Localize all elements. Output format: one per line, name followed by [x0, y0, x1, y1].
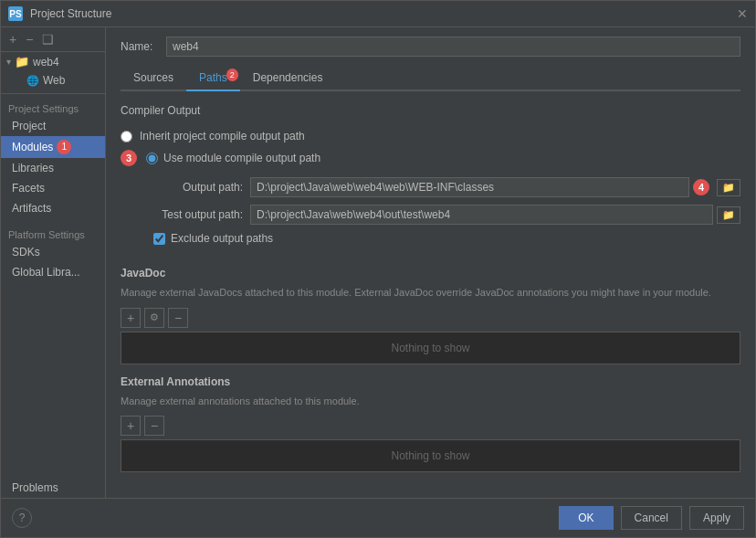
output-path-wrapper: 4 📁	[250, 177, 740, 197]
javadoc-add-url-button[interactable]: ⚙	[144, 308, 164, 328]
test-output-browse-button[interactable]: 📁	[717, 206, 740, 224]
remove-module-button[interactable]: −	[23, 31, 36, 47]
tabs: Sources Paths 2 Dependencies	[121, 66, 740, 91]
app-icon: PS	[8, 6, 23, 21]
exclude-checkbox[interactable]	[153, 233, 165, 245]
output-path-label: Output path:	[142, 181, 243, 194]
help-button[interactable]: ?	[12, 508, 32, 528]
tree-item-web[interactable]: 🌐 Web	[1, 71, 105, 90]
modules-badge: 1	[57, 140, 71, 154]
inherit-radio-row: Inherit project compile output path	[121, 126, 740, 146]
compiler-output-title: Compiler Output	[121, 104, 740, 117]
external-annotations-desc: Manage external annotations attached to …	[121, 394, 740, 409]
sidebar-item-artifacts[interactable]: Artifacts	[1, 198, 105, 218]
external-annotations-toolbar: + −	[121, 416, 740, 436]
inherit-label: Inherit project compile output path	[140, 130, 305, 142]
folder-icon: 📁	[15, 55, 29, 69]
test-output-input[interactable]	[250, 205, 713, 225]
platform-settings-header: Platform Settings	[1, 224, 105, 242]
external-annotations-section: External Annotations Manage external ann…	[121, 375, 740, 473]
javadoc-add-button[interactable]: +	[121, 308, 141, 328]
tree-arrow-icon: ▾	[6, 57, 11, 67]
step4-badge: 4	[693, 179, 709, 195]
use-module-radio[interactable]	[146, 153, 158, 164]
annotations-add-button[interactable]: +	[121, 416, 141, 436]
javadoc-remove-button[interactable]: −	[168, 308, 188, 328]
output-path-input[interactable]	[250, 177, 689, 197]
tab-paths[interactable]: Paths 2	[186, 66, 240, 91]
web-icon: 🌐	[26, 75, 39, 87]
tree-item-web4[interactable]: ▾ 📁 web4	[1, 52, 105, 71]
use-module-label: Use module compile output path	[163, 152, 320, 164]
output-path-browse-button[interactable]: 📁	[717, 179, 740, 196]
javadoc-list: Nothing to show	[121, 332, 740, 364]
sidebar-item-project[interactable]: Project	[1, 116, 105, 136]
bottom-left: ?	[12, 508, 551, 528]
javadoc-title: JavaDoc	[121, 267, 740, 280]
sidebar-item-problems[interactable]: Problems	[1, 478, 105, 498]
cancel-button[interactable]: Cancel	[621, 506, 682, 530]
test-output-path-row: Test output path: 📁	[121, 205, 740, 225]
paths-tab-badge: 2	[226, 69, 238, 81]
dialog-title: Project Structure	[30, 7, 730, 20]
name-input[interactable]	[166, 37, 740, 57]
radio-group: Inherit project compile output path 3 Us…	[121, 126, 740, 170]
sidebar-item-modules[interactable]: Modules 1	[1, 136, 105, 158]
tab-sources[interactable]: Sources	[121, 66, 186, 90]
sidebar-toolbar: + − ❑	[1, 27, 105, 52]
test-output-label: Test output path:	[142, 208, 243, 221]
bottom-bar: ? OK Cancel Apply	[1, 498, 755, 537]
main-content: + − ❑ ▾ 📁 web4 🌐 Web Project Settings Pr…	[1, 27, 755, 498]
javadoc-toolbar: + ⚙ −	[121, 308, 740, 328]
ok-button[interactable]: OK	[559, 506, 613, 530]
sidebar-item-facets[interactable]: Facets	[1, 178, 105, 198]
sidebar: + − ❑ ▾ 📁 web4 🌐 Web Project Settings Pr…	[1, 27, 106, 498]
bottom-buttons: OK Cancel Apply	[559, 506, 744, 530]
sidebar-item-global-libs[interactable]: Global Libra...	[1, 262, 105, 282]
step3-badge: 3	[121, 150, 137, 166]
sidebar-item-sdks[interactable]: SDKs	[1, 242, 105, 262]
output-path-row: Output path: 4 📁	[121, 177, 740, 197]
project-structure-dialog: PS Project Structure ✕ + − ❑ ▾ 📁 web4 🌐 …	[0, 0, 756, 538]
use-module-radio-row: 3 Use module compile output path	[121, 146, 740, 170]
apply-button[interactable]: Apply	[689, 506, 744, 530]
javadoc-section: JavaDoc Manage external JavaDocs attache…	[121, 267, 740, 364]
tab-dependencies[interactable]: Dependencies	[240, 66, 336, 90]
name-row: Name:	[121, 37, 740, 57]
module-name: web4	[33, 56, 59, 69]
sidebar-item-libraries[interactable]: Libraries	[1, 158, 105, 178]
test-output-wrapper: 📁	[250, 205, 740, 225]
add-module-button[interactable]: +	[6, 31, 19, 47]
external-annotations-title: External Annotations	[121, 375, 740, 388]
compiler-output-section: Compiler Output Inherit project compile …	[121, 104, 740, 256]
project-settings-header: Project Settings	[1, 98, 105, 116]
titlebar: PS Project Structure ✕	[1, 1, 755, 27]
copy-module-button[interactable]: ❑	[39, 31, 57, 47]
annotations-list: Nothing to show	[121, 439, 740, 472]
inherit-radio[interactable]	[121, 131, 132, 142]
javadoc-desc: Manage external JavaDocs attached to thi…	[121, 285, 740, 301]
name-label: Name:	[121, 40, 157, 53]
web-item-label: Web	[43, 74, 65, 87]
exclude-checkbox-row: Exclude output paths	[121, 232, 740, 245]
close-button[interactable]: ✕	[737, 7, 748, 20]
annotations-remove-button[interactable]: −	[144, 416, 164, 436]
right-panel: Name: Sources Paths 2 Dependencies Compi…	[106, 27, 755, 498]
exclude-label: Exclude output paths	[171, 232, 273, 245]
